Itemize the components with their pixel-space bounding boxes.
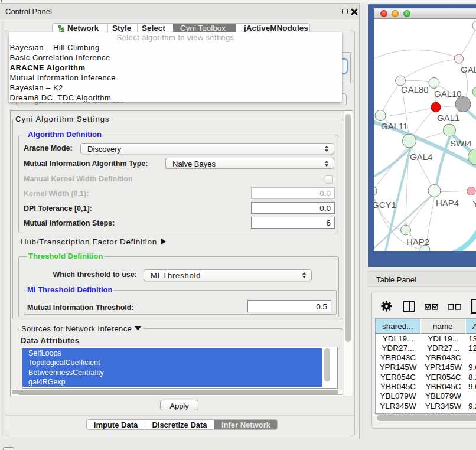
svg-text:GAL80: GAL80	[401, 84, 429, 94]
svg-text:HAP2: HAP2	[406, 237, 429, 247]
svg-text:GAL4: GAL4	[410, 152, 432, 162]
svg-text:Y: Y	[472, 198, 476, 208]
svg-text:GAL2: GAL2	[461, 64, 476, 74]
svg-text:HAP4: HAP4	[436, 198, 459, 208]
svg-text:GCY1: GCY1	[374, 200, 396, 210]
svg-text:GAL11: GAL11	[381, 121, 408, 131]
svg-text:GAL10: GAL10	[434, 89, 462, 99]
svg-text:GAL1: GAL1	[437, 113, 459, 123]
svg-text:SWI4: SWI4	[450, 138, 472, 148]
